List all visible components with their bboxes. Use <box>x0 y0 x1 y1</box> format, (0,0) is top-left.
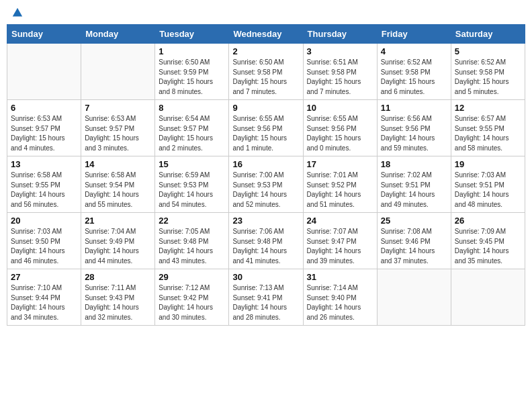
calendar-cell-w5-d3: 29Sunrise: 7:12 AM Sunset: 9:42 PM Dayli… <box>155 269 229 326</box>
day-number: 24 <box>307 216 373 226</box>
weekday-header-thursday: Thursday <box>303 25 377 44</box>
day-number: 30 <box>232 272 299 282</box>
calendar-cell-w2-d4: 9Sunrise: 6:55 AM Sunset: 9:56 PM Daylig… <box>229 100 303 156</box>
logo <box>9 7 26 19</box>
day-info: Sunrise: 7:12 AM Sunset: 9:42 PM Dayligh… <box>159 283 225 322</box>
calendar-week-4: 20Sunrise: 7:03 AM Sunset: 9:50 PM Dayli… <box>7 213 525 269</box>
day-info: Sunrise: 6:56 AM Sunset: 9:56 PM Dayligh… <box>381 114 447 153</box>
calendar-cell-w1-d2 <box>81 44 155 100</box>
calendar-cell-w3-d7: 19Sunrise: 7:03 AM Sunset: 9:51 PM Dayli… <box>451 156 525 213</box>
calendar-cell-w1-d6: 4Sunrise: 6:52 AM Sunset: 9:58 PM Daylig… <box>377 44 451 100</box>
calendar-cell-w5-d7 <box>451 269 525 326</box>
calendar-cell-w1-d4: 2Sunrise: 6:50 AM Sunset: 9:58 PM Daylig… <box>229 44 303 100</box>
day-number: 25 <box>381 216 447 226</box>
calendar-cell-w3-d3: 15Sunrise: 6:59 AM Sunset: 9:53 PM Dayli… <box>155 156 229 213</box>
day-info: Sunrise: 6:50 AM Sunset: 9:58 PM Dayligh… <box>232 58 299 97</box>
day-info: Sunrise: 7:02 AM Sunset: 9:51 PM Dayligh… <box>381 171 447 210</box>
calendar-week-3: 13Sunrise: 6:58 AM Sunset: 9:55 PM Dayli… <box>7 156 525 213</box>
weekday-header-tuesday: Tuesday <box>155 25 229 44</box>
day-number: 9 <box>232 103 299 113</box>
calendar-cell-w4-d1: 20Sunrise: 7:03 AM Sunset: 9:50 PM Dayli… <box>7 213 81 269</box>
day-number: 16 <box>232 159 299 169</box>
day-info: Sunrise: 6:53 AM Sunset: 9:57 PM Dayligh… <box>11 114 77 153</box>
weekday-header-monday: Monday <box>81 25 155 44</box>
weekday-header-friday: Friday <box>377 25 451 44</box>
day-number: 14 <box>85 159 151 169</box>
calendar-cell-w2-d1: 6Sunrise: 6:53 AM Sunset: 9:57 PM Daylig… <box>7 100 81 156</box>
day-number: 22 <box>159 216 225 226</box>
weekday-header-wednesday: Wednesday <box>229 25 303 44</box>
calendar-cell-w4-d6: 25Sunrise: 7:08 AM Sunset: 9:46 PM Dayli… <box>377 213 451 269</box>
day-number: 10 <box>307 103 373 113</box>
day-number: 11 <box>381 103 447 113</box>
day-info: Sunrise: 7:06 AM Sunset: 9:48 PM Dayligh… <box>232 227 299 266</box>
day-number: 4 <box>381 46 447 56</box>
day-number: 28 <box>85 272 151 282</box>
calendar-cell-w5-d6 <box>377 269 451 326</box>
day-info: Sunrise: 7:09 AM Sunset: 9:45 PM Dayligh… <box>455 227 521 266</box>
calendar-cell-w2-d7: 12Sunrise: 6:57 AM Sunset: 9:55 PM Dayli… <box>451 100 525 156</box>
day-info: Sunrise: 7:03 AM Sunset: 9:51 PM Dayligh… <box>455 171 521 210</box>
day-info: Sunrise: 7:07 AM Sunset: 9:47 PM Dayligh… <box>307 227 373 266</box>
calendar-cell-w1-d1 <box>7 44 81 100</box>
day-info: Sunrise: 7:03 AM Sunset: 9:50 PM Dayligh… <box>11 227 77 266</box>
day-number: 17 <box>307 159 373 169</box>
day-number: 18 <box>381 159 447 169</box>
day-number: 6 <box>11 103 77 113</box>
svg-marker-0 <box>13 8 22 17</box>
day-number: 19 <box>455 159 521 169</box>
calendar-cell-w1-d5: 3Sunrise: 6:51 AM Sunset: 9:58 PM Daylig… <box>303 44 377 100</box>
day-info: Sunrise: 6:50 AM Sunset: 9:59 PM Dayligh… <box>159 58 225 97</box>
calendar-cell-w3-d4: 16Sunrise: 7:00 AM Sunset: 9:53 PM Dayli… <box>229 156 303 213</box>
weekday-header-sunday: Sunday <box>7 25 81 44</box>
calendar-cell-w2-d3: 8Sunrise: 6:54 AM Sunset: 9:57 PM Daylig… <box>155 100 229 156</box>
day-info: Sunrise: 7:04 AM Sunset: 9:49 PM Dayligh… <box>85 227 151 266</box>
day-number: 29 <box>159 272 225 282</box>
day-info: Sunrise: 7:10 AM Sunset: 9:44 PM Dayligh… <box>11 283 77 322</box>
calendar-cell-w1-d3: 1Sunrise: 6:50 AM Sunset: 9:59 PM Daylig… <box>155 44 229 100</box>
day-info: Sunrise: 6:53 AM Sunset: 9:57 PM Dayligh… <box>85 114 151 153</box>
day-number: 20 <box>11 216 77 226</box>
day-number: 5 <box>455 46 521 56</box>
calendar-cell-w4-d3: 22Sunrise: 7:05 AM Sunset: 9:48 PM Dayli… <box>155 213 229 269</box>
day-number: 21 <box>85 216 151 226</box>
calendar-cell-w3-d1: 13Sunrise: 6:58 AM Sunset: 9:55 PM Dayli… <box>7 156 81 213</box>
calendar-week-2: 6Sunrise: 6:53 AM Sunset: 9:57 PM Daylig… <box>7 100 525 156</box>
day-info: Sunrise: 6:51 AM Sunset: 9:58 PM Dayligh… <box>307 58 373 97</box>
weekday-header-saturday: Saturday <box>451 25 525 44</box>
calendar-cell-w5-d2: 28Sunrise: 7:11 AM Sunset: 9:43 PM Dayli… <box>81 269 155 326</box>
day-info: Sunrise: 7:08 AM Sunset: 9:46 PM Dayligh… <box>381 227 447 266</box>
day-info: Sunrise: 6:58 AM Sunset: 9:54 PM Dayligh… <box>85 171 151 210</box>
day-number: 8 <box>159 103 225 113</box>
calendar-cell-w5-d1: 27Sunrise: 7:10 AM Sunset: 9:44 PM Dayli… <box>7 269 81 326</box>
calendar-week-1: 1Sunrise: 6:50 AM Sunset: 9:59 PM Daylig… <box>7 44 525 100</box>
day-number: 27 <box>11 272 77 282</box>
day-number: 23 <box>232 216 299 226</box>
day-info: Sunrise: 7:05 AM Sunset: 9:48 PM Dayligh… <box>159 227 225 266</box>
day-info: Sunrise: 6:55 AM Sunset: 9:56 PM Dayligh… <box>232 114 299 153</box>
calendar-cell-w1-d7: 5Sunrise: 6:52 AM Sunset: 9:58 PM Daylig… <box>451 44 525 100</box>
day-info: Sunrise: 6:58 AM Sunset: 9:55 PM Dayligh… <box>11 171 77 210</box>
calendar-table: SundayMondayTuesdayWednesdayThursdayFrid… <box>7 24 525 326</box>
day-info: Sunrise: 7:00 AM Sunset: 9:53 PM Dayligh… <box>232 171 299 210</box>
calendar-cell-w4-d2: 21Sunrise: 7:04 AM Sunset: 9:49 PM Dayli… <box>81 213 155 269</box>
calendar-cell-w2-d2: 7Sunrise: 6:53 AM Sunset: 9:57 PM Daylig… <box>81 100 155 156</box>
calendar-cell-w4-d7: 26Sunrise: 7:09 AM Sunset: 9:45 PM Dayli… <box>451 213 525 269</box>
day-info: Sunrise: 7:01 AM Sunset: 9:52 PM Dayligh… <box>307 171 373 210</box>
calendar-cell-w4-d4: 23Sunrise: 7:06 AM Sunset: 9:48 PM Dayli… <box>229 213 303 269</box>
logo-icon <box>11 7 24 19</box>
calendar-cell-w3-d6: 18Sunrise: 7:02 AM Sunset: 9:51 PM Dayli… <box>377 156 451 213</box>
day-number: 13 <box>11 159 77 169</box>
day-number: 26 <box>455 216 521 226</box>
calendar-cell-w3-d2: 14Sunrise: 6:58 AM Sunset: 9:54 PM Dayli… <box>81 156 155 213</box>
day-number: 3 <box>307 46 373 56</box>
day-number: 15 <box>159 159 225 169</box>
day-info: Sunrise: 6:52 AM Sunset: 9:58 PM Dayligh… <box>455 58 521 97</box>
calendar-cell-w5-d5: 31Sunrise: 7:14 AM Sunset: 9:40 PM Dayli… <box>303 269 377 326</box>
day-info: Sunrise: 6:57 AM Sunset: 9:55 PM Dayligh… <box>455 114 521 153</box>
day-info: Sunrise: 6:55 AM Sunset: 9:56 PM Dayligh… <box>307 114 373 153</box>
day-number: 12 <box>455 103 521 113</box>
calendar-cell-w2-d6: 11Sunrise: 6:56 AM Sunset: 9:56 PM Dayli… <box>377 100 451 156</box>
calendar-cell-w2-d5: 10Sunrise: 6:55 AM Sunset: 9:56 PM Dayli… <box>303 100 377 156</box>
weekday-header-row: SundayMondayTuesdayWednesdayThursdayFrid… <box>7 25 525 44</box>
